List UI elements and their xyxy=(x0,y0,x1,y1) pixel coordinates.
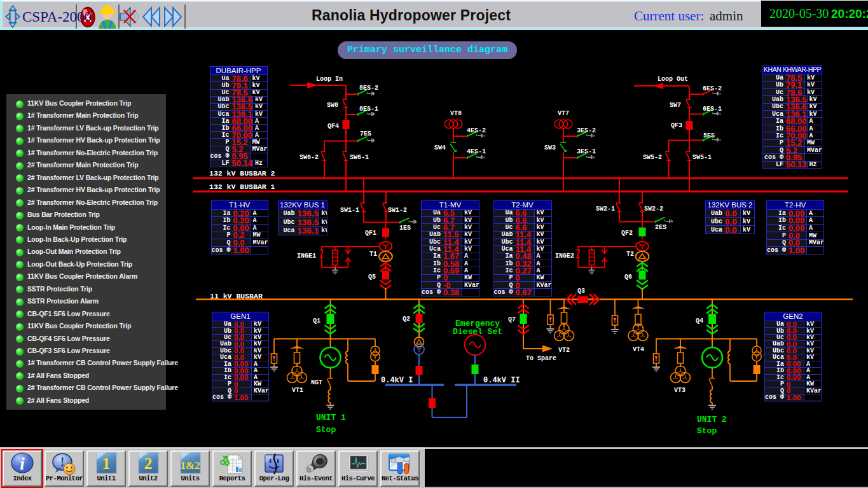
svg-text:Q4: Q4 xyxy=(696,317,703,324)
svg-text:6ES-1: 6ES-1 xyxy=(703,106,722,113)
svg-text:5ES: 5ES xyxy=(703,132,715,139)
svg-text:7ES: 7ES xyxy=(360,130,371,137)
svg-text:VT1: VT1 xyxy=(292,387,303,394)
svg-text:QF2: QF2 xyxy=(621,230,633,237)
svg-text:Stop: Stop xyxy=(316,425,336,435)
svg-text:VT7: VT7 xyxy=(558,110,569,117)
svg-text:6ES-2: 6ES-2 xyxy=(703,85,722,92)
svg-text:SW8: SW8 xyxy=(327,102,338,109)
svg-text:SW2-2: SW2-2 xyxy=(644,206,663,213)
svg-text:INGE1: INGE1 xyxy=(297,253,316,260)
svg-text:8ES-2: 8ES-2 xyxy=(359,85,378,92)
svg-text:SW1-2: SW1-2 xyxy=(388,207,407,214)
svg-text:132 kV BUSBAR 1: 132 kV BUSBAR 1 xyxy=(209,183,275,191)
svg-text:SW2-1: SW2-1 xyxy=(596,206,615,213)
svg-text:1&2: 1&2 xyxy=(180,459,200,471)
svg-text:T2: T2 xyxy=(626,251,634,258)
svg-text:Stop: Stop xyxy=(697,426,717,436)
svg-text:SW3: SW3 xyxy=(544,144,556,151)
svg-text:SW5-2: SW5-2 xyxy=(643,154,662,161)
svg-text:VT8: VT8 xyxy=(450,110,462,117)
svg-text:0.4kV I: 0.4kV I xyxy=(381,376,413,385)
svg-text:QF1: QF1 xyxy=(365,230,376,237)
svg-text:To Spare: To Spare xyxy=(526,355,556,362)
svg-text:0.4kV II: 0.4kV II xyxy=(483,376,520,385)
svg-text:SW4: SW4 xyxy=(434,144,446,151)
svg-text:VT4: VT4 xyxy=(633,346,644,353)
svg-text:UNIT 1: UNIT 1 xyxy=(316,413,346,422)
svg-text:SW5-1: SW5-1 xyxy=(692,154,712,161)
svg-text:SW1-1: SW1-1 xyxy=(340,207,359,214)
svg-text:Q3: Q3 xyxy=(577,288,585,295)
svg-text:1: 1 xyxy=(102,454,111,473)
svg-text:3ES-2: 3ES-2 xyxy=(577,127,596,134)
svg-text:Q5: Q5 xyxy=(368,274,376,281)
svg-text:Q1: Q1 xyxy=(313,317,320,324)
svg-text:4ES-2: 4ES-2 xyxy=(467,127,486,134)
svg-text:132 kV BUSBAR 2: 132 kV BUSBAR 2 xyxy=(209,169,275,178)
svg-text:UNIT 2: UNIT 2 xyxy=(697,415,727,424)
svg-text:Q7: Q7 xyxy=(508,316,516,323)
svg-text:Diesel Set: Diesel Set xyxy=(453,327,502,337)
svg-text:SW6-1: SW6-1 xyxy=(350,154,369,161)
svg-text:8ES-1: 8ES-1 xyxy=(359,106,378,113)
svg-text:QF3: QF3 xyxy=(671,122,682,129)
svg-text:INGE2: INGE2 xyxy=(555,253,574,260)
svg-text:i: i xyxy=(20,454,25,473)
svg-text:Q6: Q6 xyxy=(624,274,632,281)
svg-text:QF4: QF4 xyxy=(327,123,339,130)
svg-text:3ES-1: 3ES-1 xyxy=(577,148,596,155)
svg-text:2: 2 xyxy=(144,454,153,473)
svg-text:4ES-1: 4ES-1 xyxy=(467,148,486,155)
svg-text:VT3: VT3 xyxy=(674,387,685,394)
svg-text:SW6-2: SW6-2 xyxy=(300,154,319,161)
svg-text:Q2: Q2 xyxy=(403,316,410,323)
svg-text:VT2: VT2 xyxy=(558,347,570,354)
svg-text:T1: T1 xyxy=(369,251,377,258)
svg-text:Loop In: Loop In xyxy=(316,76,343,83)
svg-text:SW7: SW7 xyxy=(670,102,681,109)
svg-text:Loop Out: Loop Out xyxy=(658,76,688,83)
svg-text:1ES: 1ES xyxy=(399,225,411,232)
svg-text:2ES: 2ES xyxy=(655,224,666,231)
svg-text:NGT: NGT xyxy=(311,379,322,386)
svg-text:11 kV BUSBAR: 11 kV BUSBAR xyxy=(210,292,263,300)
